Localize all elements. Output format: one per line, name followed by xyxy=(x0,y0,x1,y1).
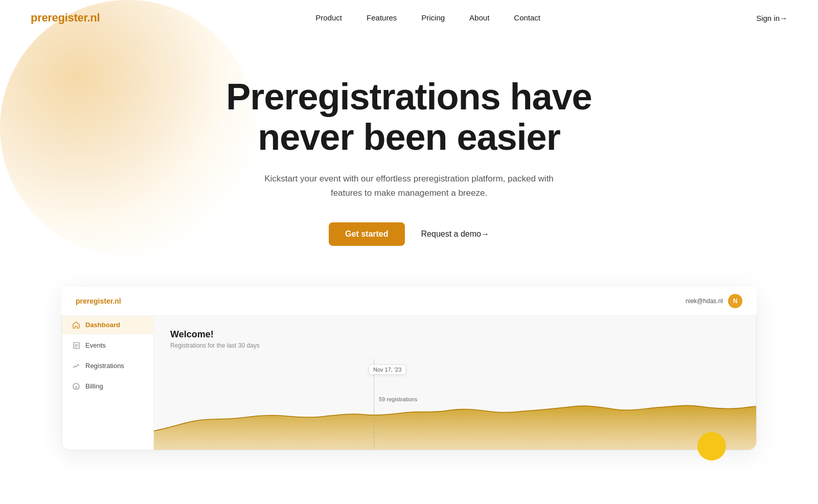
app-preview: preregister.nl niek@hdas.nl N xyxy=(61,287,757,450)
dollar-icon: $ xyxy=(72,382,80,391)
nav-link-pricing[interactable]: Pricing xyxy=(421,13,445,22)
chart-tooltip: Nov 17, '23 xyxy=(369,364,406,375)
nav-item-features[interactable]: Features xyxy=(367,13,397,22)
dashboard-subtitle: Registrations for the last 30 days xyxy=(170,342,740,349)
nav-item-contact[interactable]: Contact xyxy=(514,13,540,22)
nav-logo[interactable]: preregister.nl xyxy=(31,11,100,25)
sidebar-label-dashboard: Dashboard xyxy=(85,321,120,329)
hero-headline-line1: Preregistrations have xyxy=(226,76,592,117)
sidebar-item-dashboard[interactable]: Dashboard xyxy=(62,316,153,334)
nav-item-about[interactable]: About xyxy=(469,13,489,22)
navbar: preregister.nl Product Features Pricing … xyxy=(0,0,818,36)
nav-item-pricing[interactable]: Pricing xyxy=(421,13,445,22)
hero-section: Preregistrations have never been easier … xyxy=(0,36,818,277)
app-header: preregister.nl niek@hdas.nl N xyxy=(61,287,757,316)
nav-link-features[interactable]: Features xyxy=(367,13,397,22)
app-main-content: Welcome! Registrations for the last 30 d… xyxy=(154,315,756,349)
svg-text:$: $ xyxy=(75,385,78,390)
sidebar-label-registrations: Registrations xyxy=(85,362,124,370)
app-preview-outer: preregister.nl niek@hdas.nl N xyxy=(61,287,757,450)
hero-headline: Preregistrations have never been easier xyxy=(179,77,639,157)
sidebar-label-events: Events xyxy=(85,341,106,349)
chart-container: Nov 17, '23 59 registrations xyxy=(154,359,756,450)
tooltip-registrations: 59 registrations xyxy=(379,396,417,402)
app-preview-wrapper: preregister.nl niek@hdas.nl N xyxy=(0,287,818,450)
hero-buttons: Get started Request a demo→ xyxy=(31,222,787,246)
hero-subtext: Kickstart your event with our effortless… xyxy=(251,172,567,199)
app-logo: preregister.nl xyxy=(76,297,121,305)
yellow-circle-decoration xyxy=(697,432,726,461)
sidebar-item-events[interactable]: Events xyxy=(62,336,153,355)
tooltip-date: Nov 17, '23 xyxy=(369,364,406,375)
request-demo-link[interactable]: Request a demo→ xyxy=(421,230,489,239)
nav-link-contact[interactable]: Contact xyxy=(514,13,540,22)
signin-link[interactable]: Sign in→ xyxy=(756,14,787,22)
app-user-email: niek@hdas.nl xyxy=(686,297,723,305)
home-icon xyxy=(72,321,80,329)
nav-item-product[interactable]: Product xyxy=(315,13,342,22)
sidebar-item-registrations[interactable]: Registrations xyxy=(62,357,153,375)
nav-link-about[interactable]: About xyxy=(469,13,489,22)
app-user: niek@hdas.nl N xyxy=(686,294,742,308)
file-icon xyxy=(72,341,80,350)
get-started-button[interactable]: Get started xyxy=(329,222,404,246)
registrations-chart xyxy=(154,370,756,450)
nav-links: Product Features Pricing About Contact xyxy=(315,13,540,22)
nav-link-product[interactable]: Product xyxy=(315,13,342,22)
hero-headline-line2: never been easier xyxy=(258,117,560,157)
chart-icon xyxy=(72,362,80,370)
sidebar-item-billing[interactable]: $ Billing xyxy=(62,377,153,396)
avatar: N xyxy=(728,294,742,308)
dashboard-title: Welcome! xyxy=(170,329,740,340)
sidebar-label-billing: Billing xyxy=(85,382,103,390)
